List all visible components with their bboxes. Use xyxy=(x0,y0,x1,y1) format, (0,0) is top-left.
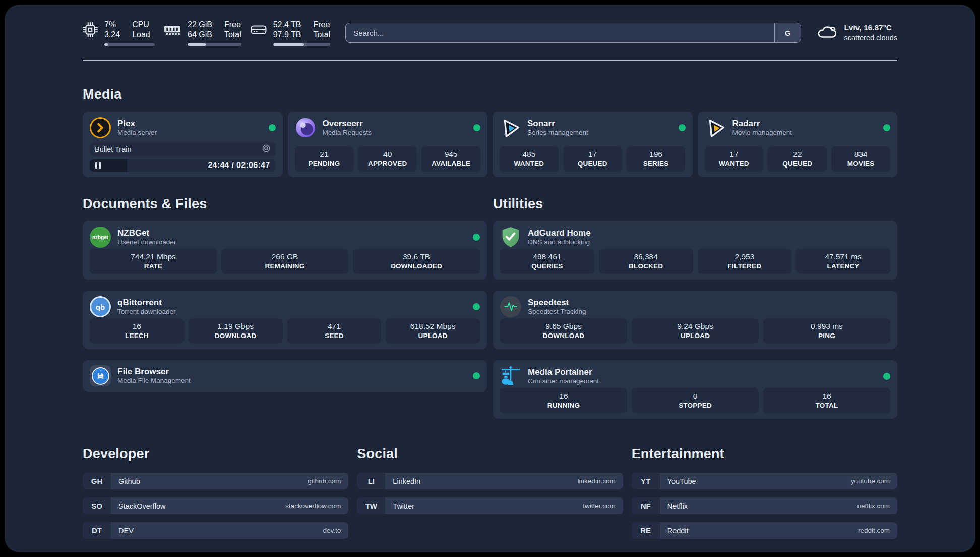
weather-widget: Lviv, 16.87°C scattered clouds xyxy=(816,23,897,43)
status-online-dot xyxy=(269,124,276,131)
qbittorrent-icon: qb xyxy=(90,296,111,317)
app-card-speedtest[interactable]: Speedtest Speedtest Tracking 9.65 Gbps D… xyxy=(493,291,897,349)
status-online-dot xyxy=(473,124,480,131)
top-bar: 7% 3.24 CPU Load xyxy=(83,20,897,46)
disk-free: 52.4 TB xyxy=(273,20,301,30)
dashboard-frame: 7% 3.24 CPU Load xyxy=(5,5,975,552)
app-name: qBittorrent xyxy=(117,297,176,308)
app-subtitle: Torrent downloader xyxy=(117,308,176,316)
bookmark-stackoverflow[interactable]: SO StackOverflow stackoverflow.com xyxy=(83,497,348,514)
cpu-load-label: Load xyxy=(132,30,150,40)
bookmark-abbr: SO xyxy=(83,497,111,514)
stat-box: 21 PENDING xyxy=(295,146,354,172)
dashboard-content: 7% 3.24 CPU Load xyxy=(83,5,897,539)
stat-box: 86,384 BLOCKED xyxy=(599,249,693,274)
memory-progress-bar xyxy=(188,43,241,46)
stat-box: 22 QUEUED xyxy=(768,146,827,172)
metric-disk: 52.4 TB 97.9 TB Free Total xyxy=(251,20,331,46)
section-entertainment: Entertainment YT YouTube youtube.com NF … xyxy=(632,446,897,539)
app-name: Sonarr xyxy=(527,118,588,129)
section-developer: Developer GH Github github.com SO StackO… xyxy=(83,446,348,539)
app-card-overseerr[interactable]: Overseerr Media Requests 21 PENDING 40 A… xyxy=(288,112,488,177)
search-engine-button[interactable]: G xyxy=(774,23,801,42)
weather-condition: scattered clouds xyxy=(844,33,897,43)
system-metrics: 7% 3.24 CPU Load xyxy=(83,20,330,46)
weather-location-temp: Lviv, 16.87°C xyxy=(844,23,897,33)
bookmark-reddit[interactable]: RE Reddit reddit.com xyxy=(632,522,897,539)
now-playing-title: Bullet Train xyxy=(95,145,132,153)
app-name: Media Portainer xyxy=(528,367,599,377)
stat-box: 40 APPROVED xyxy=(358,146,417,172)
stat-box: 471 SEED xyxy=(287,318,382,344)
bookmark-dev[interactable]: DT DEV dev.to xyxy=(83,522,348,539)
bookmark-twitter[interactable]: TW Twitter twitter.com xyxy=(357,497,623,514)
app-subtitle: Series management xyxy=(527,129,588,137)
app-name: NZBGet xyxy=(117,228,176,238)
bookmark-abbr: LI xyxy=(357,473,385,489)
bookmark-abbr: GH xyxy=(83,473,111,489)
status-online-dot xyxy=(473,234,480,241)
stat-box: 2,953 FILTERED xyxy=(698,249,792,274)
status-online-dot xyxy=(473,372,480,379)
playback-time: 24:44 / 02:06:47 xyxy=(208,161,275,170)
section-title-developer: Developer xyxy=(83,446,348,462)
section-title-entertainment: Entertainment xyxy=(632,446,897,462)
bookmark-netflix[interactable]: NF Netflix netflix.com xyxy=(632,497,897,514)
app-subtitle: Usenet downloader xyxy=(117,238,176,247)
stat-box: 618.52 Mbps UPLOAD xyxy=(386,318,480,344)
app-card-portainer[interactable]: Media Portainer Container management 16 … xyxy=(493,360,897,419)
cpu-percent: 7% xyxy=(104,20,120,30)
stat-box: 9.24 Gbps UPLOAD xyxy=(632,318,759,344)
app-card-plex[interactable]: Plex Media server Bullet Train xyxy=(83,112,283,177)
stat-box: 0 STOPPED xyxy=(632,388,759,413)
bookmark-abbr: DT xyxy=(83,522,111,539)
stat-box: 16 TOTAL xyxy=(763,388,890,413)
pause-icon[interactable] xyxy=(95,162,101,169)
app-card-radarr[interactable]: Radarr Movie management 17 WANTED 22 QUE… xyxy=(698,112,898,177)
speedtest-icon xyxy=(500,296,521,317)
bookmark-youtube[interactable]: YT YouTube youtube.com xyxy=(632,473,897,489)
stat-box: 834 MOVIES xyxy=(831,146,890,172)
app-subtitle: Media File Management xyxy=(117,377,191,385)
app-card-qbittorrent[interactable]: qb qBittorrent Torrent downloader 16 LEE… xyxy=(83,291,487,349)
memory-total: 64 GiB xyxy=(188,30,212,40)
bookmark-abbr: RE xyxy=(632,522,660,539)
status-online-dot xyxy=(473,303,480,310)
stat-box: 16 LEECH xyxy=(90,318,184,344)
app-card-filebrowser[interactable]: File Browser Media File Management xyxy=(83,360,487,392)
disk-free-label: Free xyxy=(313,20,330,30)
app-subtitle: Media server xyxy=(117,129,157,137)
stat-box: 498,461 QUERIES xyxy=(500,249,594,274)
cpu-chip-icon xyxy=(83,22,98,37)
app-name: File Browser xyxy=(117,366,191,377)
section-title-documents: Documents & Files xyxy=(83,196,487,212)
now-playing-bar: Bullet Train xyxy=(90,143,276,156)
disk-icon xyxy=(251,23,267,36)
app-card-adguard[interactable]: AdGuard Home DNS and adblocking 498,461 … xyxy=(493,221,897,280)
memory-free-label: Free xyxy=(224,20,241,30)
app-card-nzbget[interactable]: nzbget NZBGet Usenet downloader 744.21 M… xyxy=(83,221,487,280)
filebrowser-icon xyxy=(90,365,111,386)
stat-box: 17 QUEUED xyxy=(563,146,622,172)
disk-total: 97.9 TB xyxy=(273,30,301,40)
status-online-dot xyxy=(679,124,686,131)
stat-box: 16 RUNNING xyxy=(500,388,627,413)
settings-icon[interactable] xyxy=(262,144,271,154)
bookmark-linkedin[interactable]: LI LinkedIn linkedin.com xyxy=(357,473,623,489)
search-input[interactable] xyxy=(346,23,774,42)
stat-box: 266 GB REMAINING xyxy=(221,249,348,274)
app-card-sonarr[interactable]: Sonarr Series management 485 WANTED 17 Q… xyxy=(493,112,693,177)
metric-memory: 22 GiB 64 GiB Free Total xyxy=(164,20,241,46)
disk-progress-bar xyxy=(273,43,331,46)
app-subtitle: Media Requests xyxy=(323,129,372,137)
cpu-load-avg: 3.24 xyxy=(104,30,120,40)
stat-box: 744.21 Mbps RATE xyxy=(90,249,217,274)
memory-total-label: Total xyxy=(224,30,241,40)
memory-free: 22 GiB xyxy=(188,20,212,30)
section-title-social: Social xyxy=(357,446,623,462)
stat-box: 9.65 Gbps DOWNLOAD xyxy=(500,318,627,344)
bookmark-abbr: NF xyxy=(632,497,660,514)
bookmark-github[interactable]: GH Github github.com xyxy=(83,473,348,489)
cpu-label: CPU xyxy=(132,20,150,30)
cpu-progress-bar xyxy=(104,43,155,46)
